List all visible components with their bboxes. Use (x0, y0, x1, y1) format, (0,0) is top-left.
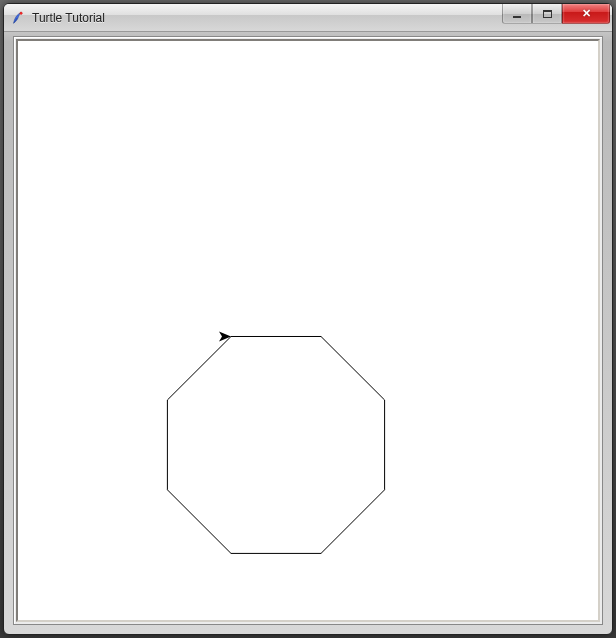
close-button[interactable]: ✕ (562, 4, 610, 24)
client-area (13, 36, 603, 625)
minimize-button[interactable] (502, 4, 532, 24)
maximize-button[interactable] (532, 4, 562, 24)
svg-marker-1 (167, 336, 384, 553)
close-icon: ✕ (582, 8, 591, 19)
window-title: Turtle Tutorial (32, 11, 105, 25)
turtle-cursor-icon (219, 331, 231, 341)
title-bar[interactable]: Turtle Tutorial ✕ (4, 4, 612, 32)
application-window: Turtle Tutorial ✕ (3, 3, 613, 635)
octagon-path (167, 336, 384, 553)
canvas-frame (16, 39, 600, 622)
maximize-icon (543, 10, 552, 18)
window-controls: ✕ (502, 4, 610, 24)
tk-feather-icon (10, 10, 26, 26)
minimize-icon (513, 16, 521, 18)
svg-marker-2 (219, 331, 231, 341)
turtle-canvas[interactable] (18, 41, 598, 620)
svg-point-0 (20, 11, 22, 13)
